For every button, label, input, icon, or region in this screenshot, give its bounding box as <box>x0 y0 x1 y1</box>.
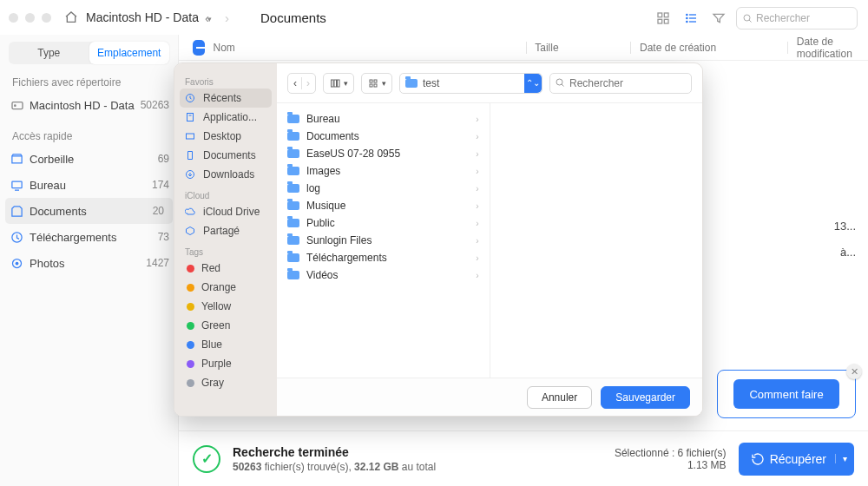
col-name[interactable]: Nom <box>214 42 526 54</box>
sidebar-item-corbeille[interactable]: Corbeille69 <box>0 146 178 172</box>
tag-item[interactable]: Red <box>174 259 277 278</box>
fav-icon <box>185 150 199 161</box>
svg-rect-26 <box>338 80 340 87</box>
search-placeholder: Rechercher <box>756 12 810 24</box>
col-modified[interactable]: Date de modification <box>797 36 868 60</box>
tag-item[interactable]: Green <box>174 316 277 335</box>
folder-row[interactable]: Vidéos› <box>280 266 486 284</box>
save-button[interactable]: Sauvegarder <box>601 386 690 409</box>
folder-icon <box>287 236 299 245</box>
folder-row[interactable]: Public› <box>280 214 486 232</box>
svg-rect-2 <box>658 19 662 23</box>
dialog-search[interactable] <box>549 73 692 94</box>
svg-rect-14 <box>12 181 22 188</box>
folder-icon <box>287 184 299 193</box>
cancel-button[interactable]: Annuler <box>527 386 592 409</box>
column-headers: Nom Taille Date de création Date de modi… <box>179 35 868 61</box>
sidebar-item-photos[interactable]: Photos1427 <box>0 250 178 276</box>
tag-item[interactable]: Purple <box>174 354 277 373</box>
section-quick-label: Accès rapide <box>0 125 178 146</box>
item-icon <box>10 231 30 244</box>
tag-item[interactable]: Gray <box>174 373 277 392</box>
svg-point-8 <box>687 21 687 22</box>
sidebar-item-bureau[interactable]: Bureau174 <box>0 172 178 198</box>
location-selector[interactable]: Macintosh HD - Data ▾ <box>86 10 212 24</box>
svg-rect-22 <box>187 134 194 139</box>
forward-button[interactable]: › <box>225 10 229 25</box>
traffic-lights[interactable] <box>9 13 51 23</box>
status-complete-icon: ✓ <box>193 445 220 473</box>
grid-view-icon[interactable] <box>656 11 674 25</box>
icloud-item[interactable]: iCloud Drive <box>174 202 277 221</box>
folder-row[interactable]: log› <box>280 180 486 197</box>
item-icon <box>10 205 30 218</box>
item-icon <box>10 179 30 192</box>
tag-item[interactable]: Orange <box>174 278 277 297</box>
folder-row[interactable]: Sunlogin Files› <box>280 232 486 249</box>
svg-point-31 <box>556 79 562 85</box>
location-popup[interactable]: test ⌃⌄ <box>399 73 542 94</box>
help-box: Comment faire ✕ <box>717 370 856 418</box>
filter-icon[interactable] <box>712 11 729 25</box>
folder-row[interactable]: Documents› <box>280 128 486 145</box>
fav-item[interactable]: Documents <box>174 146 277 165</box>
status-selection: Sélectionné : 6 fichier(s) 1.13 MB <box>615 447 727 471</box>
back-button[interactable]: ‹ <box>205 10 209 25</box>
icloud-icon <box>185 207 199 217</box>
chevron-right-icon: › <box>476 184 478 194</box>
list-view-icon[interactable] <box>684 11 701 25</box>
svg-line-32 <box>562 84 564 87</box>
dialog-search-input[interactable] <box>549 73 692 94</box>
how-to-button[interactable]: Comment faire <box>733 379 838 409</box>
tag-item[interactable]: Blue <box>174 335 277 354</box>
chevron-right-icon: › <box>476 115 478 124</box>
folder-row[interactable]: Téléchargements› <box>280 249 486 266</box>
svg-rect-27 <box>370 80 372 82</box>
group-by-icon[interactable]: ▾ <box>361 73 392 94</box>
recover-button[interactable]: Récupérer ▾ <box>739 443 854 476</box>
dialog-nav[interactable]: ‹› <box>287 73 316 94</box>
sidebar-item-documents[interactable]: Documents20 <box>5 198 173 224</box>
view-columns-icon[interactable]: ▾ <box>323 73 354 94</box>
fav-item[interactable]: Downloads <box>174 165 277 184</box>
dialog-toolbar: ‹› ▾ ▾ test ⌃⌄ <box>277 63 702 103</box>
left-pane: Type Emplacement Fichiers avec répertoir… <box>0 35 179 486</box>
titlebar: Macintosh HD - Data ▾ ‹ › Documents <box>0 0 868 35</box>
svg-rect-28 <box>374 80 377 82</box>
forward-icon: › <box>306 77 310 89</box>
fav-item[interactable]: Applicatio... <box>174 108 277 127</box>
chevron-down-icon[interactable]: ▾ <box>835 454 847 463</box>
tag-item[interactable]: Yellow <box>174 297 277 316</box>
status-bar: ✓ Recherche terminée 50263 fichier(s) tr… <box>179 430 868 486</box>
svg-line-11 <box>749 20 752 23</box>
col-size[interactable]: Taille <box>535 42 630 54</box>
nav-back-forward: ‹ › <box>205 10 229 25</box>
chevron-right-icon: › <box>476 132 478 141</box>
tab-type[interactable]: Type <box>9 42 89 64</box>
folder-row[interactable]: EaseUS 07-28 0955› <box>280 145 486 162</box>
tag-dot-icon <box>187 284 194 292</box>
fav-item[interactable]: Desktop <box>174 127 277 146</box>
folder-row[interactable]: Musique› <box>280 197 486 214</box>
select-all-checkbox[interactable] <box>193 40 205 56</box>
main-search[interactable]: Rechercher <box>736 7 858 30</box>
svg-rect-1 <box>664 13 668 17</box>
dialog-columns: Bureau›Documents›EaseUS 07-28 0955›Image… <box>277 103 702 378</box>
tag-dot-icon <box>187 303 194 311</box>
disk-item[interactable]: Macintosh HD - Data 50263 <box>0 92 178 118</box>
tab-location[interactable]: Emplacement <box>89 42 170 64</box>
sidebar-item-téléchargements[interactable]: Téléchargements73 <box>0 224 178 250</box>
fav-item[interactable]: Récents <box>180 89 272 108</box>
item-icon <box>10 153 30 166</box>
folder-row[interactable]: Bureau› <box>280 110 486 128</box>
icloud-item[interactable]: Partagé <box>174 221 277 240</box>
dialog-sidebar: Favoris RécentsApplicatio...DesktopDocum… <box>174 63 277 416</box>
col-created[interactable]: Date de création <box>640 42 787 54</box>
chevron-right-icon: › <box>476 201 478 211</box>
svg-point-6 <box>687 17 687 18</box>
chevron-down-icon: ▾ <box>382 79 386 88</box>
close-icon[interactable]: ✕ <box>846 364 862 379</box>
folder-row[interactable]: Images› <box>280 162 486 180</box>
svg-rect-30 <box>374 84 377 87</box>
home-icon <box>63 10 79 25</box>
